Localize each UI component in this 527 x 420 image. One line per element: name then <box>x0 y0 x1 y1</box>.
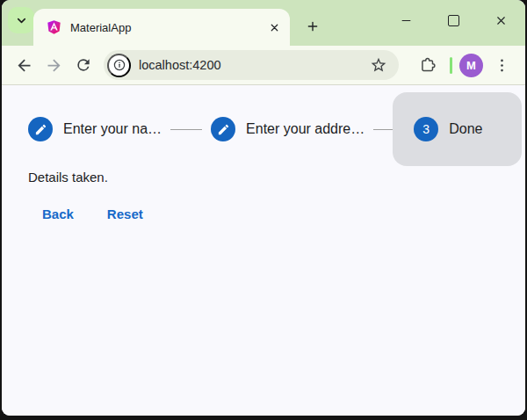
chevron-down-icon <box>15 14 28 27</box>
web-content: Enter your na… Enter your addre… 3 <box>2 85 525 416</box>
new-tab-button[interactable] <box>300 14 325 39</box>
step-3-number: 3 <box>422 122 430 136</box>
step-actions: Back Reset <box>28 198 525 229</box>
forward-button[interactable] <box>39 50 69 80</box>
reset-step-button[interactable]: Reset <box>93 198 157 229</box>
extensions-button[interactable] <box>413 50 443 80</box>
tab-search-button[interactable] <box>8 7 34 33</box>
profile-initial: M <box>466 59 476 72</box>
close-icon <box>269 22 280 33</box>
step-1-label: Enter your na… <box>63 121 162 137</box>
arrow-left-icon <box>15 56 33 75</box>
stepper-step-1[interactable]: Enter your na… <box>7 92 183 166</box>
plus-icon <box>306 19 320 33</box>
browser-window: MaterialApp <box>0 0 527 420</box>
reload-button[interactable] <box>69 50 98 80</box>
tab-strip: MaterialApp <box>2 0 525 46</box>
close-window-icon <box>495 14 508 27</box>
stepper-step-3-selected[interactable]: 3 Done <box>393 92 522 166</box>
step-3-number-circle: 3 <box>414 117 438 141</box>
browser-tab[interactable]: MaterialApp <box>33 9 290 46</box>
angular-logo-icon <box>47 19 61 35</box>
menu-button[interactable] <box>487 50 516 80</box>
tab-title: MaterialApp <box>70 21 265 34</box>
info-icon <box>112 58 126 72</box>
step-1-icon-circle <box>28 117 53 141</box>
puzzle-icon <box>419 56 437 75</box>
window-controls <box>382 0 524 40</box>
minimize-icon <box>400 14 413 27</box>
maximize-button[interactable] <box>430 0 477 40</box>
bookmark-button[interactable] <box>367 54 390 76</box>
step-3-label: Done <box>449 121 482 137</box>
tab-close-button[interactable] <box>265 18 283 36</box>
minimize-button[interactable] <box>382 0 430 40</box>
back-button[interactable] <box>9 50 39 80</box>
browser-chrome: MaterialApp <box>2 0 525 416</box>
pencil-icon <box>217 123 230 136</box>
three-dots-icon <box>494 57 510 74</box>
maximize-icon <box>448 15 459 26</box>
step-2-icon-circle <box>211 117 235 141</box>
arrow-right-icon <box>45 56 63 75</box>
stepper-step-2[interactable]: Enter your addre… <box>190 92 386 166</box>
url-text: localhost:4200 <box>139 58 367 72</box>
star-icon <box>370 56 387 74</box>
address-bar[interactable]: localhost:4200 <box>104 50 399 80</box>
browser-toolbar: localhost:4200 M <box>2 46 525 85</box>
reload-icon <box>75 56 92 74</box>
close-window-button[interactable] <box>477 0 524 40</box>
pencil-icon <box>34 123 47 136</box>
back-step-button[interactable]: Back <box>28 198 88 229</box>
step-content-message: Details taken. <box>28 170 525 185</box>
site-info-button[interactable] <box>107 54 131 77</box>
profile-avatar[interactable]: M <box>459 54 483 77</box>
step-2-label: Enter your addre… <box>246 121 365 137</box>
stepper-header-row: Enter your na… Enter your addre… 3 <box>2 92 525 166</box>
extension-indicator <box>450 57 452 74</box>
